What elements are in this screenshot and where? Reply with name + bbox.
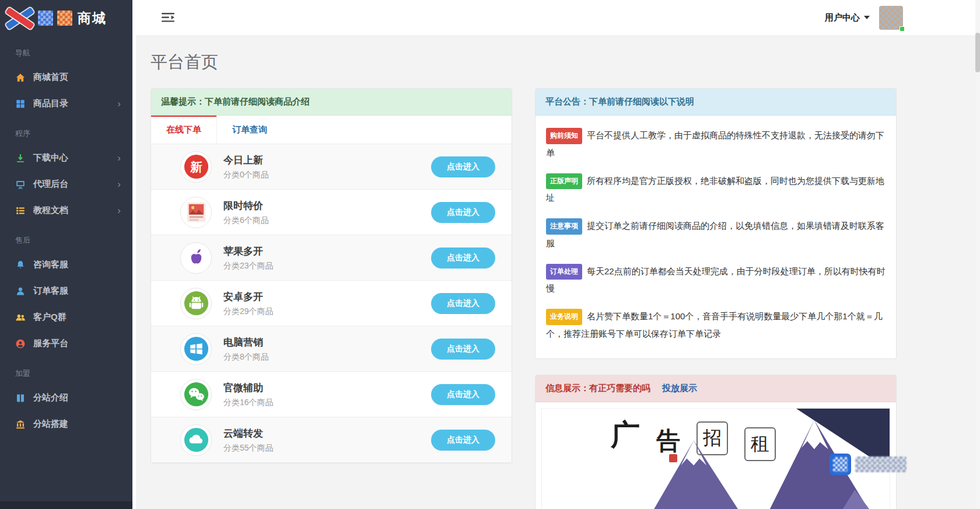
right-column: 平台公告：下单前请仔细阅读以下说明 购前须知平台不提供人工教学，由于虚拟商品的特… [535,88,897,509]
category-row: 官微辅助 分类16个商品 点击进入 [151,372,512,417]
watermark-logo-icon [830,454,851,475]
category-count: 分类16个商品 [223,398,431,408]
chevron-right-icon: › [117,179,121,190]
sidebar-item[interactable]: 服务平台 [0,330,132,357]
ad-char-4: 租 [744,427,776,461]
sidebar-item-icon [15,179,26,190]
sidebar-item[interactable]: 分站介绍 [0,385,132,411]
sidebar-item-icon [15,339,26,349]
ad-placement-link[interactable]: 投放展示 [662,383,697,394]
sidebar-items: 分站介绍 分站搭建 [0,385,132,437]
category-name: 苹果多开 [223,245,431,258]
category-row: 限时特价 分类6个商品 点击进入 [151,190,512,235]
sidebar-bottom-strip [0,501,132,509]
sidebar-section-aftersales: 售后 咨询客服 订单客服 [0,224,132,357]
enter-button[interactable]: 点击进入 [431,202,495,223]
sidebar-item-label: 下载中心 [33,152,117,163]
category-icon [180,151,212,183]
category-name: 限时特价 [223,199,431,212]
category-count: 分类55个商品 [223,443,431,454]
logo-censored-char-1 [38,11,53,26]
sidebar-item-label: 商城首页 [33,72,121,83]
sidebar-item-icon [15,393,26,403]
user-center-label: 用户中心 [825,12,860,23]
order-tabs: 在线下单 订单查询 [151,116,512,144]
sidebar-item-label: 教程文档 [33,205,117,216]
avatar[interactable] [879,6,903,30]
notice-list: 购前须知平台不提供人工教学，由于虚拟商品的特殊性不支持退款，无法接受的请勿下单 … [536,116,896,358]
sidebar-item-icon [15,153,26,163]
sidebar-section-label: 导航 [0,36,132,64]
tab-order-query[interactable]: 订单查询 [217,116,282,144]
user-center-menu[interactable]: 用户中心 [825,12,870,23]
watermark [830,454,907,475]
sidebar-item-label: 订单客服 [33,285,121,297]
sidebar-section-join: 加盟 分站介绍 分站搭建 [0,357,132,437]
enter-button[interactable]: 点击进入 [431,384,495,405]
chevron-right-icon: › [117,205,121,217]
tab-online-order[interactable]: 在线下单 [151,116,217,144]
notice-text: 所有程序均是官方正版授权，绝非破解和盗版，同时也为您提供下载与更新地址 [546,176,884,203]
logo-censored-char-2 [57,11,72,26]
enter-button[interactable]: 点击进入 [431,156,495,177]
sidebar-section-nav: 导航 商城首页 商品目录 › [0,36,132,117]
sidebar-item-icon [15,205,26,216]
sidebar-item-label: 服务平台 [33,338,121,349]
sidebar-item-icon [15,286,26,297]
notice-item: 正版声明所有程序均是官方正版授权，绝非破解和盗版，同时也为您提供下载与更新地址 [546,173,886,206]
notice-text: 名片赞下单数量1个＝100个，音音手手有说明数量最少下单几个那1个就＝几个，推荐… [546,311,883,339]
category-icon [180,197,212,228]
sidebar-item[interactable]: 商品目录 › [0,90,132,117]
sidebar-item[interactable]: 分站搭建 [0,411,132,437]
category-icon [180,379,212,410]
category-text: 安卓多开 分类29个商品 [223,290,431,317]
category-text: 今日上新 分类0个商品 [223,154,431,180]
sidebar-item[interactable]: 订单客服 [0,278,132,304]
enter-button[interactable]: 点击进入 [431,339,495,360]
notice-text: 每天22点前的订单都会当天处理完成，由于分时段处理订单，所以有时快有时慢 [546,266,886,294]
notice-panel-header: 平台公告：下单前请仔细阅读以下说明 [536,89,896,116]
enter-button[interactable]: 点击进入 [431,430,495,451]
notice-badge: 业务说明 [546,309,582,325]
sidebar-item-icon [15,72,26,83]
sidebar-items: 商城首页 商品目录 › [0,64,132,117]
sidebar-section-label: 程序 [0,117,132,145]
category-count: 分类29个商品 [223,306,431,317]
scrollbar-thumb[interactable] [975,33,980,72]
notice-item: 购前须知平台不提供人工教学，由于虚拟商品的特殊性不支持退款，无法接受的请勿下单 [546,127,886,161]
sidebar-item-icon [15,260,26,270]
scrollbar-track[interactable] [975,0,980,509]
watermark-censored-text [855,456,907,472]
category-name: 云端转发 [223,427,431,440]
content: 温馨提示：下单前请仔细阅读商品介绍 在线下单 订单查询 今日上新 分 [136,88,980,509]
category-row: 今日上新 分类0个商品 点击进入 [151,144,512,190]
enter-button[interactable]: 点击进入 [431,247,495,269]
brand-logo[interactable]: 商城 [0,0,132,36]
ad-text: 广 告 招 租 [611,416,776,461]
notice-badge: 购前须知 [546,128,582,144]
sidebar-toggle-icon[interactable] [162,12,174,23]
enter-button[interactable]: 点击进入 [431,293,495,314]
category-icon [180,242,212,274]
sidebar-item[interactable]: 教程文档 › [0,197,132,224]
topbar-right: 用户中心 [825,6,903,30]
notice-text: 平台不提供人工教学，由于虚拟商品的特殊性不支持退款，无法接受的请勿下单 [546,130,884,158]
notice-badge: 订单处理 [546,264,582,280]
sidebar-item[interactable]: 客户Q群 [0,304,132,330]
sidebar-item-icon [15,99,26,109]
chevron-right-icon: › [117,152,121,164]
sidebar-item-label: 客户Q群 [33,312,121,323]
sidebar-item[interactable]: 咨询客服 [0,252,132,278]
sidebar-item[interactable]: 商城首页 [0,64,132,90]
sidebar-item-icon [15,419,26,430]
ad-seal [669,454,677,462]
category-count: 分类8个商品 [223,352,431,362]
sidebar-item[interactable]: 下载中心 › [0,145,132,171]
sidebar-nav: 导航 商城首页 商品目录 › [0,36,132,437]
category-row: 安卓多开 分类29个商品 点击进入 [151,281,512,326]
category-text: 苹果多开 分类23个商品 [223,245,431,271]
notice-text: 提交订单之前请仔细阅读商品的介绍，以免填错信息，如果填错请及时联系客服 [546,221,884,248]
ad-char-2: 告 [656,425,680,457]
tips-panel-header: 温馨提示：下单前请仔细阅读商品介绍 [151,89,512,116]
sidebar-item[interactable]: 代理后台 › [0,171,132,197]
